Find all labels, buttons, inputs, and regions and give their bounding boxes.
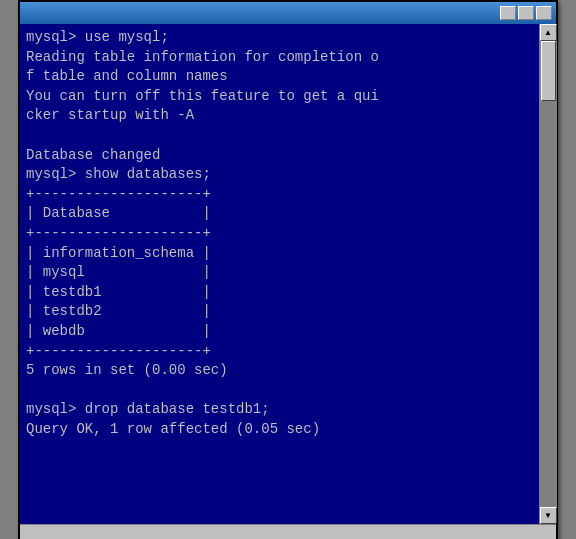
terminal-output[interactable]: mysql> use mysql; Reading table informat… [20,24,539,524]
scroll-up-button[interactable]: ▲ [540,24,557,41]
maximize-button[interactable] [518,6,534,20]
scroll-thumb[interactable] [541,41,556,101]
titlebar [20,2,556,24]
window-controls [500,6,552,20]
scroll-track[interactable] [540,41,557,507]
scroll-down-button[interactable]: ▼ [540,507,557,524]
scrollbar[interactable]: ▲ ▼ [539,24,556,524]
terminal-window: mysql> use mysql; Reading table informat… [18,0,558,539]
minimize-button[interactable] [500,6,516,20]
close-button[interactable] [536,6,552,20]
statusbar [20,524,556,539]
content-area: mysql> use mysql; Reading table informat… [20,24,556,524]
